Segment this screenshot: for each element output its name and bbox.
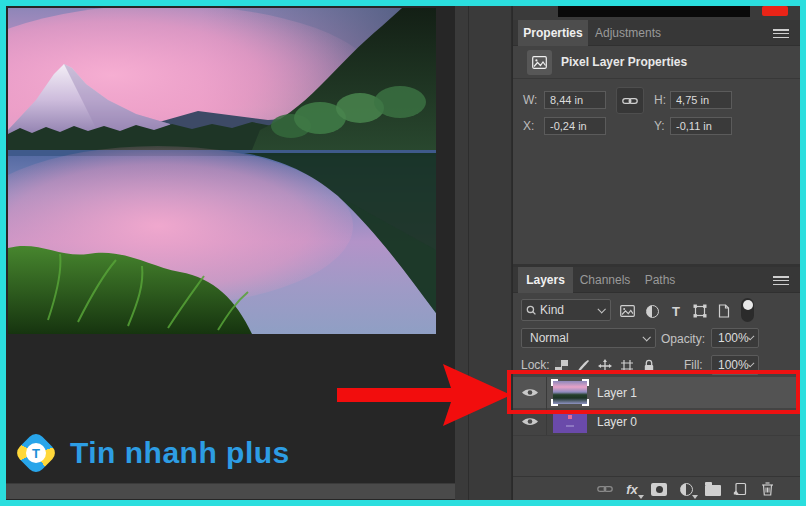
watermark-text: Tin nhanh plus: [70, 436, 290, 470]
lock-all-padlock-icon[interactable]: [639, 357, 659, 375]
visibility-eye-icon[interactable]: [513, 377, 547, 408]
chevron-down-icon: [642, 333, 650, 341]
new-group-folder-icon[interactable]: [703, 480, 723, 498]
canvas-photo: [8, 8, 436, 334]
y-label: Y:: [654, 117, 665, 135]
layer-effects-fx-icon[interactable]: fx: [622, 480, 642, 498]
layer1-thumbnail[interactable]: [553, 381, 587, 404]
filter-pixel-layers-icon[interactable]: [617, 302, 637, 320]
add-layer-mask-icon[interactable]: [649, 480, 669, 498]
cutoff-black-bar: [558, 6, 750, 17]
delete-layer-trash-icon[interactable]: [757, 480, 777, 498]
chain-link-icon: [622, 96, 638, 106]
panel-dock-gutter: [455, 6, 512, 500]
layer-row-layer0[interactable]: Layer 0: [513, 408, 801, 436]
width-input[interactable]: [544, 91, 606, 109]
fill-select[interactable]: 100%: [711, 355, 759, 375]
document-status-bar: [6, 483, 512, 499]
fill-label: Fill:: [684, 358, 703, 372]
properties-panel-menu-icon[interactable]: [773, 29, 789, 38]
properties-header-title: Pixel Layer Properties: [561, 46, 687, 79]
landscape-photo: [8, 8, 436, 334]
tab-adjustments[interactable]: Adjustments: [588, 20, 668, 46]
x-label: X:: [523, 117, 534, 135]
layer0-name[interactable]: Layer 0: [597, 415, 637, 429]
layers-tabbar: Layers Channels Paths: [513, 267, 801, 293]
opacity-label: Opacity:: [661, 332, 705, 346]
search-icon: [526, 305, 536, 316]
properties-tabbar: Properties Adjustments: [513, 20, 801, 46]
x-input[interactable]: [544, 117, 606, 135]
lock-artboard-icon[interactable]: [617, 357, 637, 375]
blend-mode-select[interactable]: Normal: [521, 328, 656, 348]
width-label: W:: [523, 91, 537, 109]
layers-bottom-bar: fx: [513, 476, 801, 500]
lock-position-move-icon[interactable]: [595, 357, 615, 375]
tab-layers[interactable]: Layers: [518, 267, 573, 293]
new-adjustment-layer-icon[interactable]: [676, 480, 696, 498]
link-dimensions-button[interactable]: [616, 87, 644, 114]
watermark-logo-icon: T: [14, 431, 58, 475]
y-input[interactable]: [670, 117, 732, 135]
layer1-name[interactable]: Layer 1: [597, 386, 637, 400]
height-label: H:: [654, 91, 666, 109]
visibility-eye-icon[interactable]: [513, 408, 547, 435]
new-layer-icon[interactable]: [730, 480, 750, 498]
layer0-thumbnail[interactable]: [553, 410, 587, 433]
filter-kind-select[interactable]: Kind: [521, 299, 611, 321]
watermark: T Tin nhanh plus: [14, 430, 290, 476]
filter-toggle-switch[interactable]: [741, 298, 754, 322]
layers-panel-menu-icon[interactable]: [773, 276, 789, 285]
opacity-select[interactable]: 100%: [711, 328, 759, 348]
lock-label: Lock:: [521, 358, 550, 372]
tab-paths[interactable]: Paths: [637, 267, 683, 293]
panel-dock: Properties Adjustments Pixel Layer Prope…: [512, 6, 800, 500]
filter-smart-objects-icon[interactable]: [714, 302, 734, 320]
document-canvas: T Tin nhanh plus: [6, 6, 455, 500]
cutoff-red-chip: [762, 6, 788, 16]
layer-row-layer1[interactable]: Layer 1: [513, 377, 801, 408]
pixel-layer-icon: [527, 50, 552, 75]
link-layers-icon[interactable]: [595, 480, 615, 498]
height-input[interactable]: [670, 91, 732, 109]
tab-properties[interactable]: Properties: [518, 20, 588, 46]
screenshot-frame: T Tin nhanh plus Properties Adjustments: [0, 0, 806, 506]
properties-header: Pixel Layer Properties: [513, 46, 801, 79]
lock-pixels-brush-icon[interactable]: [573, 357, 593, 375]
filter-adjustment-layers-icon[interactable]: [642, 302, 662, 320]
tab-channels[interactable]: Channels: [573, 267, 637, 293]
watermark-logo-letter: T: [26, 443, 46, 463]
filter-shape-layers-icon[interactable]: [690, 302, 710, 320]
lock-transparency-icon[interactable]: [551, 357, 571, 375]
chevron-down-icon: [597, 305, 605, 313]
filter-type-layers-icon[interactable]: T: [666, 302, 686, 320]
